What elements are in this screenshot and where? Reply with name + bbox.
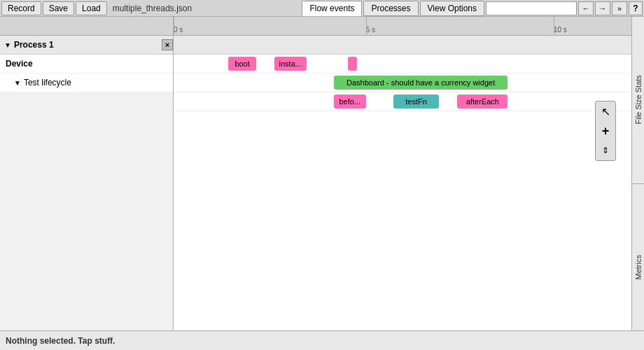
- process-label: Process 1: [14, 40, 54, 50]
- process-triangle: ▼: [4, 41, 11, 49]
- device-label: Device: [6, 59, 33, 69]
- nav-right-button[interactable]: →: [595, 1, 610, 15]
- tab-view-options[interactable]: View Options: [420, 1, 484, 16]
- event-testfn[interactable]: testFn: [393, 94, 439, 108]
- label-device: Device: [0, 55, 173, 74]
- ruler-tick-0: 0 s: [174, 17, 183, 35]
- nav-more-button[interactable]: »: [612, 1, 627, 15]
- toolbar: Record Save Load multiple_threads.json F…: [0, 0, 644, 17]
- tracks-panel: boot insta... Dashboard - should have a …: [174, 36, 631, 350]
- test-lifecycle-label: Test lifecycle: [24, 78, 71, 88]
- process-close-button[interactable]: ×: [162, 39, 173, 50]
- zoom-plus-button[interactable]: +: [596, 121, 615, 141]
- event-aftereach[interactable]: afterEach: [457, 94, 507, 108]
- zoom-scroll-handle[interactable]: ⇕: [596, 141, 615, 160]
- zoom-controls: ↖ + ⇕: [595, 101, 616, 161]
- event-dashboard[interactable]: Dashboard - should have a currency widge…: [334, 76, 508, 90]
- track-device: boot insta...: [174, 55, 631, 74]
- event-insta[interactable]: insta...: [274, 57, 307, 71]
- label-test-lifecycle[interactable]: ▼ Test lifecycle: [0, 74, 173, 92]
- ruler-line-10: [554, 17, 554, 35]
- search-input[interactable]: [486, 1, 577, 15]
- nav-left-button[interactable]: ←: [578, 1, 594, 15]
- ruler-line-5: [366, 17, 367, 35]
- status-text: Nothing selected. Tap stuff.: [6, 336, 115, 346]
- track-test-lifecycle-2: befo... testFn afterEach: [174, 92, 631, 111]
- main-area: ▼ Process 1 × Device ▼ Test lifecycle 0 …: [0, 17, 644, 350]
- ruler-left: [0, 17, 173, 36]
- timeline-ruler: 0 s 5 s 10 s: [174, 17, 631, 36]
- load-button[interactable]: Load: [76, 1, 107, 15]
- event-boot[interactable]: boot: [228, 57, 255, 71]
- test-lifecycle-triangle: ▼: [14, 79, 21, 87]
- event-pink-small[interactable]: [348, 57, 357, 71]
- filename-label: multiple_threads.json: [108, 4, 196, 13]
- right-sidebar: File Size Stats Metrics: [631, 17, 644, 350]
- record-button[interactable]: Record: [1, 1, 41, 15]
- event-befo[interactable]: befo...: [334, 94, 366, 108]
- ruler-tick-5: 5 s: [366, 17, 375, 35]
- save-button[interactable]: Save: [43, 1, 74, 15]
- tab-flow-events[interactable]: Flow events: [302, 1, 362, 16]
- process-header-left: ▼ Process 1: [4, 40, 54, 50]
- sidebar-metrics[interactable]: Metrics: [633, 184, 644, 351]
- sidebar-file-size-stats[interactable]: File Size Stats: [633, 17, 644, 183]
- track-test-lifecycle-1: Dashboard - should have a currency widge…: [174, 74, 631, 92]
- process-header: ▼ Process 1 ×: [0, 36, 173, 55]
- ruler-line-0: [174, 17, 174, 35]
- process-header-track: [174, 36, 631, 55]
- zoom-select-button[interactable]: ↖: [596, 102, 615, 121]
- help-button[interactable]: ?: [629, 1, 643, 15]
- status-bar: Nothing selected. Tap stuff.: [0, 330, 644, 350]
- tab-processes[interactable]: Processes: [363, 1, 418, 16]
- ruler-tick-10: 10 s: [554, 17, 567, 35]
